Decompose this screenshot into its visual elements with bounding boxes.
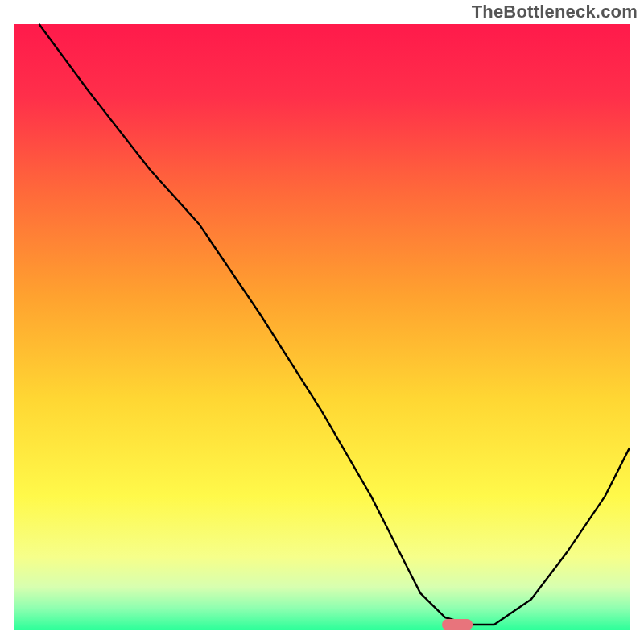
chart-svg: [0, 0, 644, 644]
watermark-text: TheBottleneck.com: [472, 2, 638, 23]
bottleneck-chart: TheBottleneck.com: [0, 0, 644, 644]
optimum-marker: [442, 619, 473, 630]
